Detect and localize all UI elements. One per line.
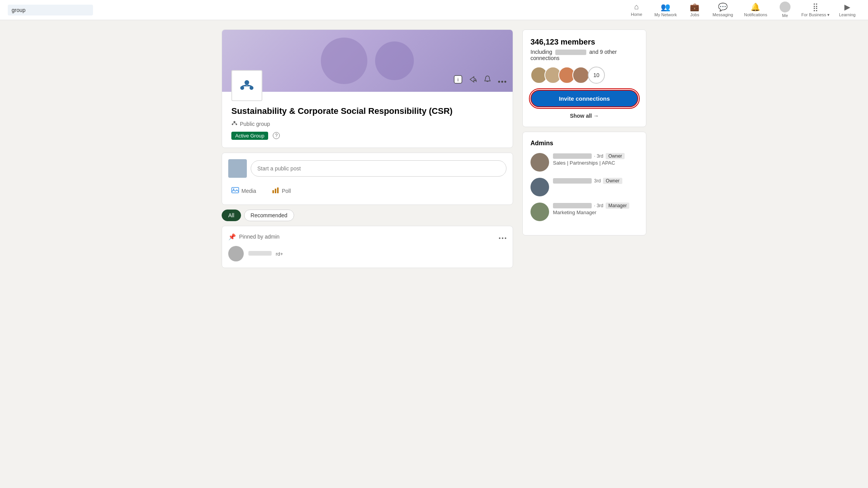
admin-degree-3: · 3rd <box>594 203 603 208</box>
svg-point-9 <box>501 81 503 83</box>
svg-point-0 <box>245 80 249 85</box>
top-navigation: ⌂ Home 👥 My Network 💼 Jobs 💬 Messaging 🔔… <box>0 0 868 20</box>
group-header-card: i <box>222 29 513 148</box>
admin-name-row-2: 3rd Owner <box>553 178 638 184</box>
nav-item-my-network[interactable]: 👥 My Network <box>650 1 682 19</box>
svg-point-1 <box>240 86 244 90</box>
group-info: Sustainability & Corporate Social Respon… <box>222 92 513 148</box>
admin-info-3: · 3rd Manager Marketing Manager <box>553 203 638 215</box>
pin-more-button[interactable] <box>499 232 506 241</box>
admin-avatar-1 <box>530 153 549 172</box>
media-icon <box>231 186 239 196</box>
admin-info-2: 3rd Owner <box>553 178 638 184</box>
admin-name-row-3: · 3rd Manager <box>553 203 638 209</box>
media-button[interactable]: Media <box>228 184 259 198</box>
media-label: Media <box>241 188 256 194</box>
admin-subtitle-3: Marketing Manager <box>553 210 638 215</box>
avatar <box>780 2 790 12</box>
admin-item-1: · 3rd Owner Sales | Partnerships | APAC <box>530 153 638 172</box>
admin-avatar-2 <box>530 178 549 196</box>
search-input[interactable] <box>8 5 93 15</box>
group-actions: i <box>454 75 506 86</box>
info-button[interactable]: i <box>454 75 462 86</box>
members-count: 346,123 members <box>530 38 638 46</box>
for-business-icon: ⣿ <box>813 2 818 12</box>
nav-item-me[interactable]: Me <box>773 0 797 20</box>
member-count-circle: 10 <box>588 67 605 84</box>
composer-avatar <box>228 159 247 178</box>
svg-point-21 <box>499 237 501 239</box>
group-banner: i <box>222 30 513 92</box>
composer-top <box>228 159 506 178</box>
composer-actions: Media Poll <box>228 182 506 198</box>
svg-rect-20 <box>277 187 279 193</box>
svg-point-2 <box>250 86 253 90</box>
nav-item-notifications[interactable]: 🔔 Notifications <box>739 1 772 19</box>
right-column: 346,123 members Including and 9 other co… <box>522 29 646 268</box>
svg-point-23 <box>505 237 506 239</box>
post-input[interactable] <box>251 160 506 177</box>
tab-recommended[interactable]: Recommended <box>244 210 294 221</box>
admin-role-badge-3: Manager <box>606 203 629 209</box>
share-button[interactable] <box>468 75 477 86</box>
banner-decoration <box>321 38 414 84</box>
svg-point-8 <box>498 81 500 83</box>
svg-rect-16 <box>232 187 239 193</box>
admin-name-3-blurred <box>553 203 592 208</box>
admin-role-badge-1: Owner <box>606 153 625 159</box>
nav-item-notifications-label: Notifications <box>744 12 767 17</box>
more-options-button[interactable] <box>498 76 506 85</box>
group-title: Sustainability & Corporate Social Respon… <box>231 106 503 117</box>
admin-degree-1: · 3rd <box>594 153 603 159</box>
group-logo <box>231 70 262 101</box>
nav-item-my-network-label: My Network <box>654 12 677 17</box>
poll-button[interactable]: Poll <box>269 184 294 198</box>
notifications-icon: 🔔 <box>751 2 760 12</box>
pin-label: Pinned by admin <box>239 234 279 240</box>
admin-info-1: · 3rd Owner Sales | Partnerships | APAC <box>553 153 638 166</box>
help-icon[interactable]: ? <box>273 132 280 139</box>
group-type-icon <box>231 120 238 128</box>
poll-icon <box>272 186 279 196</box>
invite-connections-button[interactable]: Invite connections <box>530 90 638 107</box>
tab-all[interactable]: All <box>222 210 241 221</box>
member-name-blurred <box>555 50 586 55</box>
nav-item-for-business[interactable]: ⣿ For Business ▾ <box>798 1 833 19</box>
main-container: i <box>215 29 653 268</box>
svg-text:i: i <box>458 77 459 82</box>
nav-item-messaging-label: Messaging <box>713 12 733 17</box>
nav-item-messaging[interactable]: 💬 Messaging <box>708 1 738 19</box>
messaging-icon: 💬 <box>718 2 728 12</box>
pin-card-header: 📌 Pinned by admin <box>228 232 506 241</box>
admin-name-row-1: · 3rd Owner <box>553 153 638 159</box>
admins-card: Admins · 3rd Owner Sales | Partnerships … <box>522 132 646 235</box>
pin-icon: 📌 <box>228 233 236 241</box>
pin-info: 📌 Pinned by admin <box>228 233 279 241</box>
nav-item-learning[interactable]: ▶ Learning <box>834 1 860 19</box>
members-card: 346,123 members Including and 9 other co… <box>522 29 646 127</box>
admin-degree-2: 3rd <box>594 178 601 184</box>
pin-text: rd+ <box>248 250 283 257</box>
jobs-icon: 💼 <box>690 2 699 12</box>
nav-items: ⌂ Home 👥 My Network 💼 Jobs 💬 Messaging 🔔… <box>625 0 860 20</box>
notification-button[interactable] <box>483 75 492 86</box>
active-group-badge: Active Group <box>231 132 268 140</box>
members-including: Including and 9 other connections <box>530 49 638 61</box>
group-type-text: Public group <box>240 121 270 127</box>
nav-item-learning-label: Learning <box>839 12 856 17</box>
nav-item-jobs[interactable]: 💼 Jobs <box>683 1 706 19</box>
svg-line-15 <box>234 123 236 124</box>
svg-point-11 <box>234 121 236 123</box>
group-status-row: Active Group ? <box>231 132 503 140</box>
svg-point-10 <box>505 81 506 83</box>
admin-name-2-blurred <box>553 178 592 184</box>
left-column: i <box>222 29 513 268</box>
show-all-link[interactable]: Show all → <box>530 113 638 119</box>
pin-card: 📌 Pinned by admin rd+ <box>222 226 513 268</box>
admin-avatar-3 <box>530 203 549 221</box>
post-composer: Media Poll <box>222 153 513 205</box>
admin-item-2: 3rd Owner <box>530 178 638 196</box>
home-icon: ⌂ <box>634 2 639 11</box>
nav-item-home[interactable]: ⌂ Home <box>625 1 648 19</box>
poll-label: Poll <box>282 188 291 194</box>
